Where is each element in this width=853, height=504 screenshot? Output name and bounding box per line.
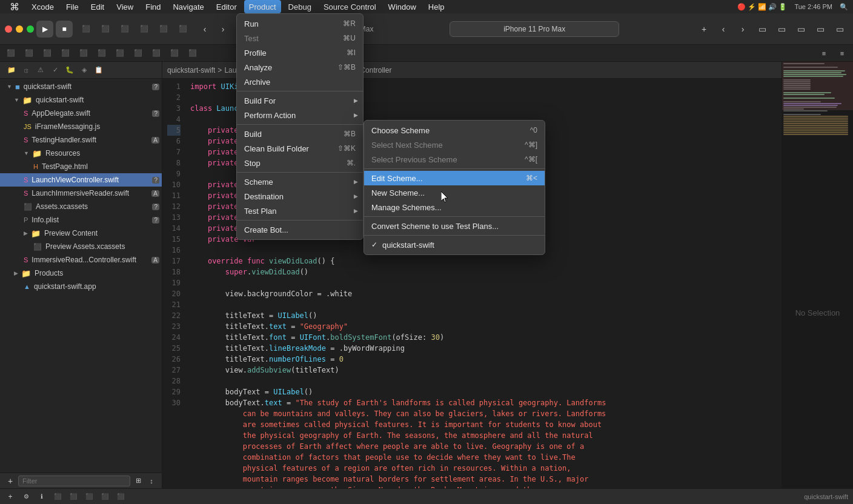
scheme-quickstart[interactable]: ✓ quickstart-swift	[364, 237, 545, 252]
stop-button[interactable]: ■	[56, 21, 73, 38]
layout-single-icon[interactable]: ▭	[754, 21, 771, 38]
forward-nav-button[interactable]: ›	[734, 21, 751, 38]
inspector-icon-2[interactable]: ≡	[834, 45, 851, 62]
menu-scheme[interactable]: Scheme	[237, 174, 363, 189]
add-tab-button[interactable]: +	[695, 21, 712, 38]
menu-view[interactable]: View	[111, 0, 138, 13]
scheme-choose[interactable]: Choose Scheme ^0	[364, 123, 545, 138]
layout-canvas-icon[interactable]: ▭	[792, 21, 809, 38]
sidebar-left-icon[interactable]: ▭	[812, 21, 829, 38]
bottom-icon6[interactable]: ⬛	[84, 491, 95, 502]
sidebar-icon-tests[interactable]: ✓	[48, 64, 62, 77]
menu-perform-action[interactable]: Perform Action	[237, 108, 363, 122]
sidebar-icon-debug[interactable]: 🐛	[63, 64, 76, 77]
search-icon[interactable]: 🔍	[840, 3, 848, 11]
maximize-button[interactable]	[27, 25, 34, 33]
sidebar-item-immersive-ctrl[interactable]: S ImmersiveRead...Controller.swift A	[0, 253, 162, 267]
sidebar-item-immersive[interactable]: S LaunchImmersiveReader.swift A	[0, 187, 162, 200]
menu-build[interactable]: Build ⌘B	[237, 127, 363, 141]
nav-right-icon[interactable]: ⬛	[97, 21, 114, 38]
sidebar-item-preview-content[interactable]: ▶ 📁 Preview Content	[0, 227, 162, 240]
sidebar-item-infoplist[interactable]: P Info.plist ?	[0, 213, 162, 227]
sidebar-item-launch-vc[interactable]: S LaunchViewController.swift ?	[0, 173, 162, 187]
menu-navigate[interactable]: Navigate	[168, 0, 208, 13]
tab-bar-icon-10[interactable]: ⬛	[166, 45, 183, 62]
scheme-edit[interactable]: Edit Scheme... ⌘<	[364, 171, 545, 185]
menu-xcode[interactable]: Xcode	[27, 0, 59, 13]
forward-button[interactable]: ›	[214, 21, 231, 38]
nav-list-icon[interactable]: ⬛	[155, 21, 172, 38]
tab-bar-icon-2[interactable]: ⬛	[21, 45, 38, 62]
tab-bar-icon-3[interactable]: ⬛	[39, 45, 56, 62]
scheme-new[interactable]: New Scheme...	[364, 185, 545, 200]
sort-button[interactable]: ↕	[146, 476, 157, 486]
add-file-button[interactable]: +	[5, 476, 16, 486]
sidebar-item-products[interactable]: ▶ 📁 Products	[0, 267, 162, 280]
tab-bar-icon-8[interactable]: ⬛	[130, 45, 147, 62]
run-button[interactable]: ▶	[36, 21, 53, 38]
menu-window[interactable]: Window	[383, 0, 421, 13]
menu-create-bot[interactable]: Create Bot...	[237, 222, 363, 237]
menu-source-control[interactable]: Source Control	[319, 0, 381, 13]
bottom-icon4[interactable]: ⬛	[52, 491, 63, 502]
menu-edit[interactable]: Edit	[86, 0, 109, 13]
sidebar-item-testing[interactable]: S TestingHandler.swift A	[0, 133, 162, 147]
menu-run[interactable]: Run ⌘R	[237, 16, 363, 31]
tab-bar-icon-6[interactable]: ⬛	[93, 45, 110, 62]
scheme-next[interactable]: Select Next Scheme ^⌘]	[364, 138, 545, 152]
tab-bar-icon-4[interactable]: ⬛	[57, 45, 74, 62]
nav-down-icon[interactable]: ⬛	[136, 21, 153, 38]
nav-up-icon[interactable]: ⬛	[116, 21, 133, 38]
scheme-prev[interactable]: Select Previous Scheme ^⌘[	[364, 152, 545, 167]
menu-find[interactable]: Find	[141, 0, 165, 13]
layout-split-icon[interactable]: ▭	[773, 21, 790, 38]
sidebar-item-folder-main[interactable]: ▼ 📁 quickstart-swift	[0, 93, 162, 107]
menu-product[interactable]: Product	[244, 0, 281, 13]
menu-analyze[interactable]: Analyze ⇧⌘B	[237, 60, 363, 75]
scheme-manage[interactable]: Manage Schemes...	[364, 200, 545, 214]
bottom-icon8[interactable]: ⬛	[115, 491, 126, 502]
sidebar-icon-report[interactable]: 📋	[92, 64, 105, 77]
sidebar-item-appdelegate[interactable]: S AppDelegate.swift ?	[0, 107, 162, 120]
filter-input[interactable]	[18, 476, 130, 486]
apple-menu[interactable]: ⌘	[5, 0, 24, 13]
menu-build-for[interactable]: Build For	[237, 93, 363, 108]
back-nav-button[interactable]: ‹	[715, 21, 732, 38]
menu-test[interactable]: Test ⌘U	[237, 31, 363, 45]
filter-options-button[interactable]: ⊞	[133, 476, 144, 486]
menu-debug[interactable]: Debug	[284, 0, 316, 13]
sidebar-right-icon[interactable]: ▭	[831, 21, 848, 38]
sidebar-icon-breakpoints[interactable]: ◈	[78, 64, 91, 77]
menu-file[interactable]: File	[61, 0, 84, 13]
bottom-icon7[interactable]: ⬛	[99, 491, 110, 502]
tab-bar-icon-11[interactable]: ⬛	[184, 45, 201, 62]
minimize-button[interactable]	[16, 25, 23, 33]
back-button[interactable]: ‹	[196, 21, 213, 38]
bottom-add-button[interactable]: +	[5, 491, 16, 502]
tab-bar-icon-9[interactable]: ⬛	[148, 45, 165, 62]
sidebar-icon-folder[interactable]: 📁	[5, 64, 18, 77]
sidebar-item-testpage[interactable]: H TestPage.html	[0, 160, 162, 173]
sidebar-icon-issues[interactable]: ⚠	[34, 64, 47, 77]
nav-grid-icon[interactable]: ⬛	[174, 21, 191, 38]
menu-editor[interactable]: Editor	[211, 0, 242, 13]
tab-bar-icon-5[interactable]: ⬛	[75, 45, 92, 62]
menu-help[interactable]: Help	[423, 0, 450, 13]
sidebar-icon-source[interactable]: ⎅	[19, 64, 33, 77]
tab-bar-icon-7[interactable]: ⬛	[111, 45, 128, 62]
menu-profile[interactable]: Profile ⌘I	[237, 45, 363, 60]
sidebar-item-assets[interactable]: ⬛ Assets.xcassets ?	[0, 200, 162, 213]
sidebar-item-iframe[interactable]: JS iFrameMessaging.js	[0, 120, 162, 133]
nav-left-icon[interactable]: ⬛	[78, 21, 95, 38]
menu-stop[interactable]: Stop ⌘.	[237, 156, 363, 170]
sidebar-item-project[interactable]: ▼ ■ quickstart-swift ?	[0, 80, 162, 93]
menu-archive[interactable]: Archive	[237, 75, 363, 89]
sidebar-item-preview-assets[interactable]: ⬛ Preview Assets.xcassets	[0, 240, 162, 253]
inspector-icon[interactable]: ≡	[815, 45, 832, 62]
bottom-info-button[interactable]: ℹ	[36, 491, 47, 502]
tab-bar-icon-1[interactable]: ⬛	[2, 45, 19, 62]
menu-destination[interactable]: Destination	[237, 189, 363, 204]
menu-test-plan[interactable]: Test Plan	[237, 204, 363, 218]
close-button[interactable]	[5, 25, 12, 33]
sidebar-item-resources[interactable]: ▼ 📁 Resources	[0, 147, 162, 160]
